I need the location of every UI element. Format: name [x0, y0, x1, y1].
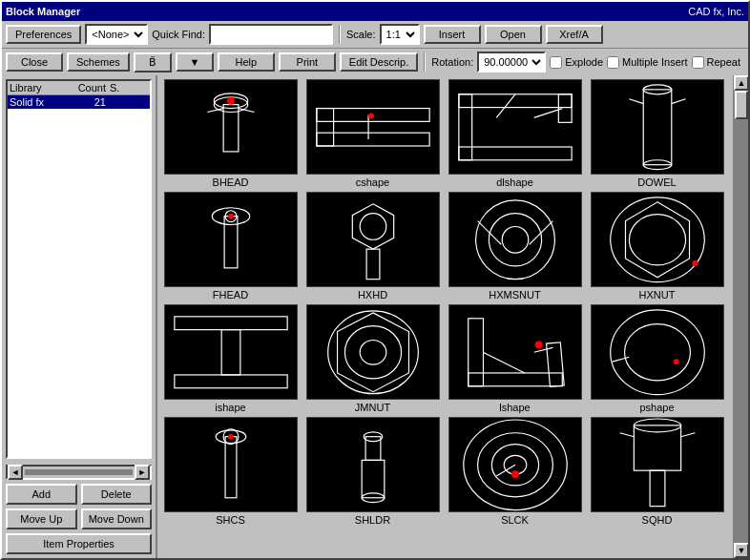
block-item[interactable]: ishape	[161, 304, 300, 413]
block-item[interactable]: HXNUT	[588, 192, 726, 301]
block-thumbnail	[448, 79, 582, 175]
multiple-insert-label: Multiple Insert	[622, 56, 687, 68]
edit-descr-button[interactable]: Edit Descrip.	[340, 52, 418, 72]
block-item[interactable]: SQHD	[588, 417, 726, 526]
block-label: HXNUT	[639, 289, 676, 301]
scroll-down-btn[interactable]: ▼	[734, 543, 748, 558]
toolbar-row1: Preferences <None> Quick Find: Scale: 1:…	[2, 21, 748, 49]
block-label: FHEAD	[213, 289, 248, 301]
block-item[interactable]: lshape	[446, 304, 584, 413]
explode-group: Explode	[550, 56, 603, 69]
library-header: Library Count S.	[8, 81, 150, 95]
repeat-label: Repeat	[707, 56, 740, 68]
svg-point-45	[692, 260, 698, 266]
window-title: Block Manager	[6, 6, 80, 17]
col-s: S.	[110, 82, 129, 93]
scroll-track	[734, 91, 748, 543]
block-item[interactable]: HXMSNUT	[446, 192, 584, 301]
delete-button[interactable]: Delete	[81, 484, 153, 505]
block-item[interactable]: dlshape	[446, 79, 584, 188]
h-scrollbar[interactable]: ◄ ►	[6, 465, 152, 480]
block-grid-container[interactable]: BHEAD cshape dlshape DOWEL	[157, 75, 733, 558]
col-count: Count	[76, 82, 110, 93]
print-button[interactable]: Print	[279, 52, 336, 72]
v-scrollbar[interactable]: ▲ ▼	[733, 75, 748, 558]
block-item[interactable]: DOWEL	[588, 79, 726, 188]
block-item[interactable]: HXHD	[303, 192, 442, 301]
main-window: Block Manager CAD fx, Inc. Preferences <…	[0, 0, 750, 560]
library-count: 21	[76, 96, 110, 108]
block-item[interactable]: BHEAD	[161, 79, 300, 188]
svg-rect-62	[592, 305, 723, 400]
svg-point-61	[534, 341, 542, 348]
add-delete-row: Add Delete	[6, 484, 152, 505]
block-label: DOWEL	[637, 176, 676, 188]
schemes-button[interactable]: Schemes	[67, 52, 130, 72]
add-button[interactable]: Add	[6, 484, 77, 505]
svg-rect-26	[165, 193, 297, 287]
block-thumbnail	[164, 304, 298, 400]
svg-rect-35	[449, 193, 581, 287]
block-item[interactable]: cshape	[303, 79, 442, 188]
block-thumbnail	[591, 304, 724, 400]
content-area: BHEAD cshape dlshape DOWEL	[157, 75, 733, 558]
block-item[interactable]: SHCS	[161, 417, 300, 526]
xref-button[interactable]: Xref/A	[546, 25, 603, 44]
block-item[interactable]: SLCK	[446, 417, 584, 526]
help-button[interactable]: Help	[218, 52, 275, 72]
bb-arrow-button[interactable]: ▼	[176, 52, 214, 72]
open-button[interactable]: Open	[485, 25, 542, 44]
scroll-left-btn[interactable]: ◄	[8, 465, 23, 480]
rotation-dropdown[interactable]: 90.00000	[477, 52, 546, 73]
library-name: Solid fx	[10, 96, 76, 108]
move-up-button[interactable]: Move Up	[6, 508, 77, 529]
block-label: SLCK	[501, 514, 529, 526]
repeat-checkbox[interactable]	[692, 56, 704, 69]
block-thumbnail	[591, 192, 724, 287]
scroll-up-btn[interactable]: ▲	[734, 75, 748, 91]
preferences-button[interactable]: Preferences	[6, 25, 81, 44]
svg-rect-0	[165, 80, 297, 175]
block-thumbnail	[306, 192, 440, 287]
scale-dropdown[interactable]: 1:1	[380, 24, 420, 45]
quick-find-label: Quick Find:	[152, 29, 205, 40]
quick-find-input[interactable]	[209, 24, 333, 45]
explode-checkbox[interactable]	[550, 56, 562, 69]
block-thumbnail	[448, 417, 582, 512]
block-thumbnail	[164, 417, 298, 512]
svg-rect-41	[592, 193, 723, 287]
svg-point-6	[227, 96, 235, 104]
repeat-group: Repeat	[692, 56, 740, 69]
close-button[interactable]: Close	[6, 52, 63, 72]
block-thumbnail	[306, 79, 440, 175]
block-label: ishape	[215, 402, 245, 413]
svg-point-66	[673, 359, 678, 364]
main-area: Library Count S. Solid fx 21 ◄ ► Add	[2, 75, 748, 558]
block-label: dlshape	[496, 176, 533, 188]
block-thumbnail	[306, 304, 440, 400]
block-label: SQHD	[642, 514, 673, 526]
svg-rect-46	[165, 305, 297, 400]
block-item[interactable]: pshape	[588, 304, 726, 413]
scroll-thumb[interactable]	[735, 91, 748, 119]
block-label: pshape	[639, 402, 674, 413]
scroll-right-btn[interactable]: ►	[135, 465, 150, 480]
block-item[interactable]: SHLDR	[303, 417, 442, 526]
bb-button[interactable]: B̈	[134, 52, 172, 73]
block-label: HXHD	[358, 289, 387, 301]
sidebar-buttons: Add Delete Move Up Move Down Item Proper…	[6, 484, 152, 554]
svg-point-30	[228, 213, 234, 218]
library-list[interactable]: Library Count S. Solid fx 21	[6, 79, 152, 459]
block-item[interactable]: JMNUT	[303, 304, 442, 413]
svg-point-12	[368, 113, 374, 118]
move-row: Move Up Move Down	[6, 508, 152, 529]
list-item[interactable]: Solid fx 21	[8, 95, 150, 109]
item-properties-button[interactable]: Item Properties	[6, 533, 152, 554]
none-dropdown[interactable]: <None>	[85, 24, 148, 45]
multiple-insert-checkbox[interactable]	[607, 56, 619, 69]
svg-point-71	[228, 433, 234, 439]
block-item[interactable]: FHEAD	[161, 192, 300, 301]
insert-button[interactable]: Insert	[424, 25, 481, 44]
block-label: SHLDR	[355, 514, 390, 526]
move-down-button[interactable]: Move Down	[81, 508, 153, 529]
